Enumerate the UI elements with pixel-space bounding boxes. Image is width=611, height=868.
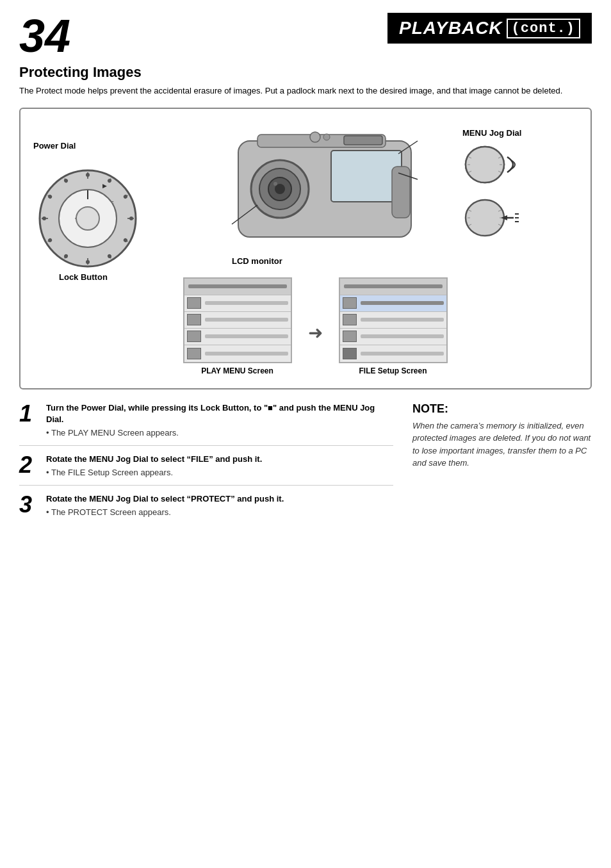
thumb-f1 [343, 297, 357, 309]
jog-dial-lower-svg [462, 197, 520, 239]
diag-left: Power Dial [33, 122, 168, 375]
step-1-number: 1 [19, 402, 40, 425]
diagram-inner: Power Dial [33, 122, 578, 375]
cont-label: (cont.) [507, 19, 580, 38]
thumb-1 [187, 297, 201, 309]
svg-point-22 [42, 217, 46, 220]
svg-point-55 [466, 200, 504, 236]
note-text: When the camera’s memory is initialized,… [412, 420, 592, 470]
thumb-f3 [343, 331, 357, 342]
file-setup-screen-container: FILE Setup Screen [339, 277, 448, 375]
svg-point-16 [129, 217, 133, 220]
step-2-main: Rotate the MENU Jog Dial to select “FILE… [46, 454, 393, 465]
jog-dial-upper-svg [462, 144, 520, 186]
step-1-content: Turn the Power Dial, while pressing its … [46, 402, 393, 438]
line-f4 [361, 352, 444, 356]
line-4 [205, 352, 288, 356]
step-3-number: 3 [19, 493, 40, 516]
note-box: NOTE: When the camera’s memory is initia… [412, 402, 592, 533]
jog-dial-upper [462, 144, 578, 186]
step-2-sub: The FILE Setup Screen appears. [46, 468, 393, 477]
page-header: 34 PLAYBACK (cont.) [19, 13, 592, 59]
line-1 [205, 301, 288, 305]
step-2-number: 2 [19, 454, 40, 477]
file-setup-row-3 [340, 329, 446, 345]
svg-point-30 [76, 207, 99, 230]
intro-text: The Protect mode helps prevent the accid… [19, 85, 592, 97]
diag-center: LCD monitor [168, 122, 462, 375]
section-title: Protecting Images [19, 64, 592, 81]
svg-rect-39 [331, 151, 402, 202]
line-2 [205, 318, 288, 322]
svg-text:▶: ▶ [102, 183, 107, 189]
thumb-4 [187, 348, 201, 359]
diagram-box: Power Dial [19, 108, 592, 389]
camera-body-svg [206, 122, 424, 263]
file-setup-header-row [340, 279, 446, 295]
thumb-3 [187, 331, 201, 342]
step-2-content: Rotate the MENU Jog Dial to select “FILE… [46, 454, 393, 477]
step-1-sub: The PLAY MENU Screen appears. [46, 428, 393, 438]
play-menu-row-4 [184, 345, 291, 362]
step-1-main: Turn the Power Dial, while pressing its … [46, 402, 393, 425]
file-setup-screen [339, 277, 448, 363]
play-menu-row-1 [184, 295, 291, 312]
line-f3 [361, 334, 444, 338]
play-menu-row-2 [184, 312, 291, 329]
diag-right: MENU Jog Dial [462, 122, 578, 375]
thumb-2 [187, 314, 201, 325]
line-3 [205, 334, 288, 338]
step-1: 1 Turn the Power Dial, while pressing it… [19, 402, 393, 446]
step-3-sub: The PROTECT Screen appears. [46, 507, 393, 517]
play-menu-row-3 [184, 329, 291, 345]
file-setup-row-1 [340, 295, 446, 312]
power-dial-label: Power Dial [33, 141, 168, 151]
jog-dial-lower [462, 197, 578, 239]
step-3-main: Rotate the MENU Jog Dial to select “PROT… [46, 493, 393, 505]
svg-point-42 [310, 132, 320, 142]
svg-point-13 [86, 173, 90, 177]
step-2: 2 Rotate the MENU Jog Dial to select “FI… [19, 454, 393, 486]
thumb-f4 [343, 348, 357, 359]
file-setup-row-2 [340, 312, 446, 329]
steps-area: 1 Turn the Power Dial, while pressing it… [19, 402, 592, 533]
page-title-bar: PLAYBACK (cont.) [387, 13, 592, 44]
svg-point-48 [466, 147, 504, 183]
step-3-content: Rotate the MENU Jog Dial to select “PROT… [46, 493, 393, 517]
lock-button-label: Lock Button [59, 272, 168, 282]
menu-jog-dial-label: MENU Jog Dial [462, 128, 578, 138]
line-f2 [361, 318, 444, 322]
page-number: 34 [19, 13, 70, 59]
steps-left: 1 Turn the Power Dial, while pressing it… [19, 402, 393, 533]
arrow-symbol: ➜ [308, 309, 323, 343]
lcd-monitor-label: LCD monitor [232, 256, 282, 266]
play-menu-screen [183, 277, 292, 363]
file-setup-row-4 [340, 345, 446, 362]
svg-point-43 [323, 134, 330, 140]
power-dial-svg: ▶ C A [33, 154, 142, 270]
svg-point-19 [86, 260, 90, 264]
thumb-f2 [343, 314, 357, 325]
screens-row: PLAY MENU Screen ➜ [183, 277, 448, 375]
step-3: 3 Rotate the MENU Jog Dial to select “PR… [19, 493, 393, 525]
play-menu-header-row [184, 279, 291, 295]
note-title: NOTE: [412, 402, 592, 416]
line-f1 [361, 301, 444, 305]
play-menu-screen-container: PLAY MENU Screen [183, 277, 292, 375]
play-menu-screen-label: PLAY MENU Screen [201, 366, 273, 375]
playback-title: PLAYBACK [399, 18, 502, 38]
svg-rect-40 [344, 136, 382, 145]
file-setup-screen-label: FILE Setup Screen [359, 366, 427, 375]
svg-point-38 [273, 182, 277, 186]
